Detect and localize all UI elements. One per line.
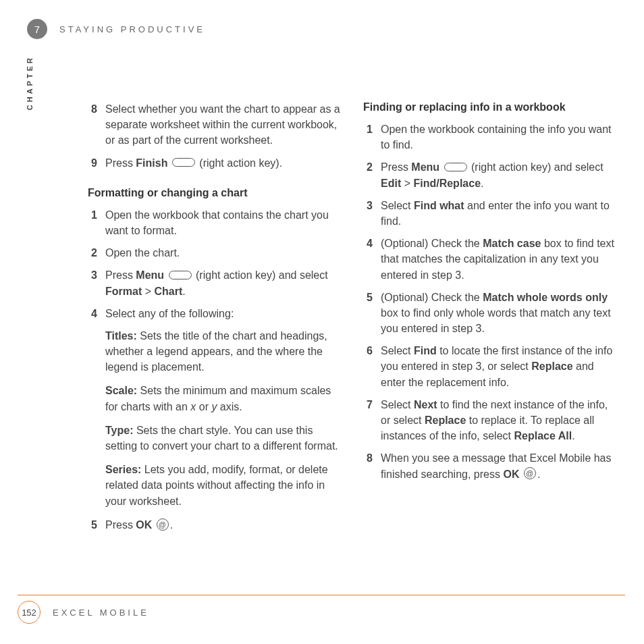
step-text: Press Menu (right action key) and select…	[105, 267, 342, 298]
step-text: Open the workbook that contains the char…	[105, 207, 342, 238]
step-b6: 6 Select Find to locate the first instan…	[363, 343, 617, 390]
text: .	[170, 519, 173, 531]
bold-text: Replace	[425, 414, 466, 426]
step-number: 8	[88, 101, 97, 149]
page-number-badge: 152	[18, 601, 41, 624]
step-text: Press Menu (right action key) and select…	[381, 159, 617, 190]
step-b8: 8 When you see a message that Excel Mobi…	[363, 450, 617, 481]
footer-title: EXCEL MOBILE	[53, 608, 149, 618]
text: (Optional) Check the	[381, 238, 483, 249]
bold-text: Find what	[414, 200, 464, 211]
step-number: 1	[363, 122, 373, 153]
bold-text: Match case	[483, 238, 541, 249]
step-a5: 5 Press OK .	[88, 517, 342, 533]
text: Select	[381, 345, 414, 356]
step-number: 6	[363, 343, 373, 390]
step-number: 2	[363, 159, 373, 190]
step-text: (Optional) Check the Match whole words o…	[381, 290, 617, 337]
bold-text: OK	[136, 519, 152, 531]
step-text: Open the workbook containing the info yo…	[381, 122, 617, 153]
text: (right action key) and select	[196, 269, 328, 281]
step-b4: 4 (Optional) Check the Match case box to…	[363, 236, 617, 283]
text: (right action key).	[199, 157, 282, 169]
text: .	[572, 430, 574, 441]
text: axis.	[217, 401, 242, 412]
ok-icon	[157, 518, 169, 531]
bold-text: Series:	[105, 464, 141, 475]
softkey-icon	[444, 163, 467, 171]
text: or	[196, 401, 211, 412]
definition-type: Type: Sets the chart style. You can use …	[105, 423, 342, 454]
step-9: 9 Press Finish (right action key).	[88, 155, 342, 171]
text: Press	[105, 269, 136, 281]
text: .	[481, 178, 483, 189]
step-number: 1	[88, 207, 97, 238]
step-b5: 5 (Optional) Check the Match whole words…	[363, 290, 617, 337]
section-heading: Formatting or changing a chart	[88, 187, 342, 199]
text: Press	[105, 157, 136, 169]
step-text: Select Next to find the next instance of…	[381, 397, 617, 444]
step-b2: 2 Press Menu (right action key) and sele…	[363, 159, 617, 190]
step-text: Press OK .	[105, 517, 342, 533]
right-column: Finding or replacing info in a workbook …	[363, 101, 617, 539]
definition-scale: Scale: Sets the minimum and maximum scal…	[105, 383, 342, 414]
bold-text: Menu	[411, 161, 439, 173]
softkey-icon	[169, 271, 192, 279]
text: (Optional) Check the	[381, 292, 483, 303]
step-number: 4	[88, 306, 97, 321]
definition-titles: Titles: Sets the title of the chart and …	[105, 328, 342, 375]
step-text: Select whether you want the chart to app…	[105, 101, 342, 149]
bold-text: Next	[414, 399, 437, 410]
bold-text: OK	[503, 468, 519, 480]
step-a3: 3 Press Menu (right action key) and sele…	[88, 267, 342, 298]
text: .	[182, 286, 185, 297]
text: Sets the chart style. You can use this s…	[105, 425, 338, 452]
text: Press	[381, 161, 411, 173]
bold-text: Find/Replace	[413, 178, 481, 189]
step-number: 5	[363, 290, 373, 337]
bold-text: Format	[105, 286, 142, 297]
bold-text: Find	[414, 345, 437, 356]
text: (right action key) and select	[471, 161, 603, 173]
footer-divider	[18, 595, 625, 595]
content-columns: 8 Select whether you want the chart to a…	[27, 39, 617, 539]
text: Select	[381, 399, 414, 410]
step-number: 7	[363, 397, 373, 444]
step-b3: 3 Select Find what and enter the info yo…	[363, 198, 617, 229]
text: .	[537, 468, 540, 480]
bold-text: Titles:	[105, 330, 137, 342]
text: >	[142, 286, 154, 297]
step-text: Press Finish (right action key).	[105, 155, 342, 171]
step-number: 2	[88, 245, 97, 261]
step-number: 8	[363, 450, 373, 481]
step-8: 8 Select whether you want the chart to a…	[88, 101, 342, 149]
bold-text: Finish	[136, 157, 167, 169]
step-text: Select Find what and enter the info you …	[381, 198, 617, 229]
ok-icon	[524, 467, 536, 479]
bold-text: Edit	[381, 178, 401, 189]
chapter-number-badge: 7	[27, 19, 47, 39]
softkey-icon	[172, 158, 195, 167]
step-text: When you see a message that Excel Mobile…	[381, 450, 617, 481]
text: When you see a message that Excel Mobile…	[381, 452, 612, 479]
step-text: Select any of the following:	[105, 306, 342, 321]
text: Sets the title of the chart and headings…	[105, 330, 327, 373]
bold-text: Replace All	[514, 430, 572, 441]
step-number: 3	[88, 267, 97, 298]
bold-text: Chart	[154, 286, 182, 297]
section-heading: Finding or replacing info in a workbook	[363, 101, 617, 113]
step-number: 3	[363, 198, 373, 229]
definition-series: Series: Lets you add, modify, format, or…	[105, 462, 342, 509]
step-b7: 7 Select Next to find the next instance …	[363, 397, 617, 444]
step-text: Select Find to locate the first instance…	[381, 343, 617, 390]
text: box to find only whole words that match …	[381, 307, 611, 334]
page-footer: 152 EXCEL MOBILE	[18, 601, 149, 624]
chapter-sidebar-label: CHAPTER	[26, 55, 34, 110]
bold-text: Match whole words only	[483, 292, 608, 303]
bold-text: Type:	[105, 425, 133, 436]
step-b1: 1 Open the workbook containing the info …	[363, 122, 617, 153]
bold-text: Menu	[136, 269, 164, 281]
step-number: 9	[88, 155, 97, 171]
text: Press	[105, 519, 136, 531]
bold-text: Scale:	[105, 385, 137, 396]
